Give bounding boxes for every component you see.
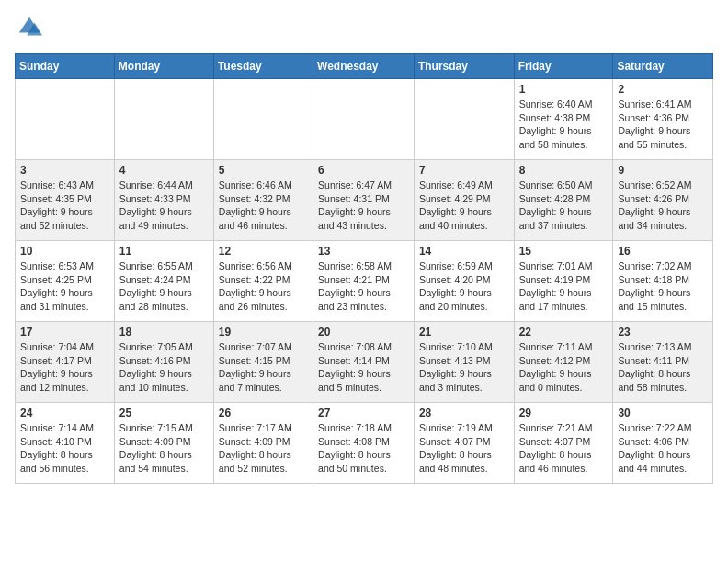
day-info: Sunrise: 7:15 AMSunset: 4:09 PMDaylight:… bbox=[119, 421, 209, 476]
calendar-cell: 28Sunrise: 7:19 AMSunset: 4:07 PMDayligh… bbox=[414, 403, 514, 484]
day-number: 16 bbox=[618, 245, 708, 258]
header bbox=[15, 15, 713, 44]
calendar-cell: 18Sunrise: 7:05 AMSunset: 4:16 PMDayligh… bbox=[114, 322, 213, 403]
day-info: Sunrise: 7:10 AMSunset: 4:13 PMDaylight:… bbox=[419, 340, 509, 395]
day-info: Sunrise: 6:41 AMSunset: 4:36 PMDaylight:… bbox=[618, 98, 708, 152]
day-number: 25 bbox=[119, 407, 209, 419]
week-row-2: 3Sunrise: 6:43 AMSunset: 4:35 PMDaylight… bbox=[16, 160, 713, 241]
calendar-cell: 13Sunrise: 6:58 AMSunset: 4:21 PMDayligh… bbox=[313, 241, 415, 322]
weekday-header-sunday: Sunday bbox=[16, 54, 115, 79]
calendar-cell: 2Sunrise: 6:41 AMSunset: 4:36 PMDaylight… bbox=[613, 79, 713, 160]
calendar-cell: 23Sunrise: 7:13 AMSunset: 4:11 PMDayligh… bbox=[613, 322, 713, 403]
day-number: 26 bbox=[219, 407, 308, 419]
day-number: 27 bbox=[318, 407, 409, 419]
day-number: 29 bbox=[519, 407, 609, 419]
calendar-cell: 12Sunrise: 6:56 AMSunset: 4:22 PMDayligh… bbox=[213, 241, 313, 322]
day-number: 28 bbox=[419, 407, 509, 419]
calendar-cell bbox=[16, 79, 115, 160]
day-number: 6 bbox=[318, 164, 409, 177]
day-number: 15 bbox=[519, 245, 609, 258]
day-info: Sunrise: 6:43 AMSunset: 4:35 PMDaylight:… bbox=[20, 178, 109, 233]
day-info: Sunrise: 7:21 AMSunset: 4:07 PMDaylight:… bbox=[519, 421, 609, 476]
calendar-cell: 11Sunrise: 6:55 AMSunset: 4:24 PMDayligh… bbox=[114, 241, 213, 322]
weekday-header-row: SundayMondayTuesdayWednesdayThursdayFrid… bbox=[16, 54, 713, 79]
day-info: Sunrise: 7:04 AMSunset: 4:17 PMDaylight:… bbox=[20, 340, 109, 395]
calendar-cell: 26Sunrise: 7:17 AMSunset: 4:09 PMDayligh… bbox=[213, 403, 313, 484]
calendar-cell: 21Sunrise: 7:10 AMSunset: 4:13 PMDayligh… bbox=[414, 322, 514, 403]
day-number: 14 bbox=[419, 245, 509, 258]
calendar-cell bbox=[114, 79, 213, 160]
day-info: Sunrise: 7:19 AMSunset: 4:07 PMDaylight:… bbox=[419, 421, 509, 476]
day-number: 8 bbox=[519, 164, 609, 177]
day-info: Sunrise: 7:18 AMSunset: 4:08 PMDaylight:… bbox=[318, 421, 409, 476]
day-info: Sunrise: 7:14 AMSunset: 4:10 PMDaylight:… bbox=[20, 421, 109, 476]
day-number: 9 bbox=[618, 164, 708, 177]
calendar-table: SundayMondayTuesdayWednesdayThursdayFrid… bbox=[15, 53, 713, 484]
day-number: 12 bbox=[219, 245, 308, 258]
weekday-header-thursday: Thursday bbox=[414, 54, 514, 79]
day-info: Sunrise: 7:01 AMSunset: 4:19 PMDaylight:… bbox=[519, 259, 609, 314]
weekday-header-saturday: Saturday bbox=[613, 54, 713, 79]
day-number: 22 bbox=[519, 326, 609, 339]
calendar-cell: 7Sunrise: 6:49 AMSunset: 4:29 PMDaylight… bbox=[414, 160, 514, 241]
weekday-header-tuesday: Tuesday bbox=[213, 54, 313, 79]
calendar-cell: 3Sunrise: 6:43 AMSunset: 4:35 PMDaylight… bbox=[16, 160, 115, 241]
logo-icon bbox=[17, 15, 42, 40]
calendar-cell: 15Sunrise: 7:01 AMSunset: 4:19 PMDayligh… bbox=[514, 241, 613, 322]
calendar-cell: 6Sunrise: 6:47 AMSunset: 4:31 PMDaylight… bbox=[313, 160, 415, 241]
day-number: 10 bbox=[20, 245, 109, 258]
day-info: Sunrise: 7:22 AMSunset: 4:06 PMDaylight:… bbox=[618, 421, 708, 476]
day-info: Sunrise: 6:50 AMSunset: 4:28 PMDaylight:… bbox=[519, 178, 609, 233]
day-info: Sunrise: 6:58 AMSunset: 4:21 PMDaylight:… bbox=[318, 259, 409, 314]
day-info: Sunrise: 6:46 AMSunset: 4:32 PMDaylight:… bbox=[219, 178, 308, 233]
calendar-cell: 25Sunrise: 7:15 AMSunset: 4:09 PMDayligh… bbox=[114, 403, 213, 484]
day-info: Sunrise: 6:56 AMSunset: 4:22 PMDaylight:… bbox=[219, 259, 308, 314]
day-number: 20 bbox=[318, 326, 409, 339]
calendar-cell: 17Sunrise: 7:04 AMSunset: 4:17 PMDayligh… bbox=[16, 322, 115, 403]
day-number: 4 bbox=[119, 164, 209, 177]
calendar-cell bbox=[213, 79, 313, 160]
day-number: 23 bbox=[618, 326, 708, 339]
day-info: Sunrise: 6:59 AMSunset: 4:20 PMDaylight:… bbox=[419, 259, 509, 314]
calendar-cell: 16Sunrise: 7:02 AMSunset: 4:18 PMDayligh… bbox=[613, 241, 713, 322]
day-number: 13 bbox=[318, 245, 409, 258]
day-number: 1 bbox=[519, 83, 609, 96]
calendar-cell: 9Sunrise: 6:52 AMSunset: 4:26 PMDaylight… bbox=[613, 160, 713, 241]
calendar-cell: 20Sunrise: 7:08 AMSunset: 4:14 PMDayligh… bbox=[313, 322, 415, 403]
day-info: Sunrise: 7:17 AMSunset: 4:09 PMDaylight:… bbox=[219, 421, 308, 476]
calendar-cell: 14Sunrise: 6:59 AMSunset: 4:20 PMDayligh… bbox=[414, 241, 514, 322]
day-info: Sunrise: 7:05 AMSunset: 4:16 PMDaylight:… bbox=[119, 340, 209, 395]
calendar-cell bbox=[313, 79, 415, 160]
day-info: Sunrise: 6:47 AMSunset: 4:31 PMDaylight:… bbox=[318, 178, 409, 233]
calendar-cell: 8Sunrise: 6:50 AMSunset: 4:28 PMDaylight… bbox=[514, 160, 613, 241]
logo bbox=[15, 15, 44, 44]
calendar-cell: 27Sunrise: 7:18 AMSunset: 4:08 PMDayligh… bbox=[313, 403, 415, 484]
day-number: 2 bbox=[618, 83, 708, 96]
day-number: 18 bbox=[119, 326, 209, 339]
calendar-cell: 5Sunrise: 6:46 AMSunset: 4:32 PMDaylight… bbox=[213, 160, 313, 241]
weekday-header-monday: Monday bbox=[114, 54, 213, 79]
day-info: Sunrise: 6:52 AMSunset: 4:26 PMDaylight:… bbox=[618, 178, 708, 233]
calendar-cell: 22Sunrise: 7:11 AMSunset: 4:12 PMDayligh… bbox=[514, 322, 613, 403]
week-row-4: 17Sunrise: 7:04 AMSunset: 4:17 PMDayligh… bbox=[16, 322, 713, 403]
day-info: Sunrise: 6:44 AMSunset: 4:33 PMDaylight:… bbox=[119, 178, 209, 233]
day-number: 11 bbox=[119, 245, 209, 258]
day-info: Sunrise: 6:53 AMSunset: 4:25 PMDaylight:… bbox=[20, 259, 109, 314]
week-row-5: 24Sunrise: 7:14 AMSunset: 4:10 PMDayligh… bbox=[16, 403, 713, 484]
week-row-3: 10Sunrise: 6:53 AMSunset: 4:25 PMDayligh… bbox=[16, 241, 713, 322]
day-info: Sunrise: 7:13 AMSunset: 4:11 PMDaylight:… bbox=[618, 340, 708, 395]
day-info: Sunrise: 6:55 AMSunset: 4:24 PMDaylight:… bbox=[119, 259, 209, 314]
calendar-cell: 10Sunrise: 6:53 AMSunset: 4:25 PMDayligh… bbox=[16, 241, 115, 322]
calendar-cell: 30Sunrise: 7:22 AMSunset: 4:06 PMDayligh… bbox=[613, 403, 713, 484]
day-number: 21 bbox=[419, 326, 509, 339]
calendar-cell: 4Sunrise: 6:44 AMSunset: 4:33 PMDaylight… bbox=[114, 160, 213, 241]
day-number: 30 bbox=[618, 407, 708, 419]
calendar-cell: 19Sunrise: 7:07 AMSunset: 4:15 PMDayligh… bbox=[213, 322, 313, 403]
weekday-header-wednesday: Wednesday bbox=[313, 54, 415, 79]
day-number: 5 bbox=[219, 164, 308, 177]
day-number: 24 bbox=[20, 407, 109, 419]
day-info: Sunrise: 7:02 AMSunset: 4:18 PMDaylight:… bbox=[618, 259, 708, 314]
day-number: 19 bbox=[219, 326, 308, 339]
calendar-cell: 24Sunrise: 7:14 AMSunset: 4:10 PMDayligh… bbox=[16, 403, 115, 484]
day-info: Sunrise: 6:49 AMSunset: 4:29 PMDaylight:… bbox=[419, 178, 509, 233]
